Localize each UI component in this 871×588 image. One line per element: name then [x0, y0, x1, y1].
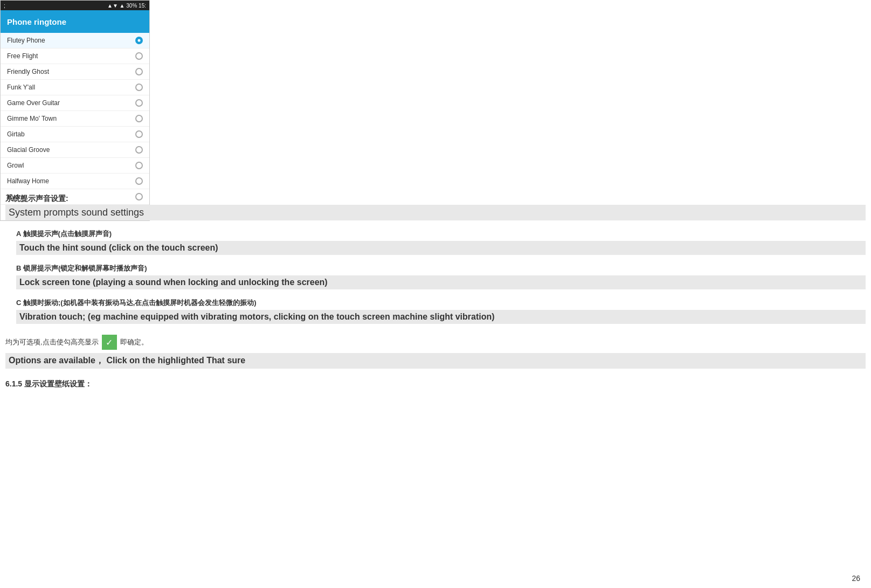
- options-cn-before: 均为可选项,点击使勾高亮显示: [5, 337, 99, 347]
- list-item[interactable]: Gimme Mo' Town: [1, 111, 149, 127]
- system-prompts-cn: 系统提示声音设置:: [5, 194, 866, 204]
- options-cn-after: 即确定。: [120, 337, 148, 347]
- section-a-en: Touch the hint sound (click on the touch…: [16, 241, 866, 255]
- section-c-cn: C 触摸时振动;(如机器中装有振动马达,在点击触摸屏时机器会发生轻微的振动): [16, 298, 866, 308]
- ringtone-name: Gimme Mo' Town: [7, 115, 57, 122]
- phone-title: Phone ringtone: [7, 17, 66, 26]
- ringtone-name: Flutey Phone: [7, 37, 45, 44]
- radio-button[interactable]: [135, 37, 143, 44]
- options-en: Options are available， Click on the high…: [5, 353, 866, 369]
- list-item[interactable]: Game Over Guitar: [1, 95, 149, 111]
- list-item[interactable]: Friendly Ghost: [1, 64, 149, 80]
- section-c: C 触摸时振动;(如机器中装有振动马达,在点击触摸屏时机器会发生轻微的振动) V…: [5, 298, 866, 324]
- section-a: A 触摸提示声(点击触摸屏声音) Touch the hint sound (c…: [5, 229, 866, 255]
- radio-button[interactable]: [135, 162, 143, 169]
- list-item[interactable]: Funk Y'all: [1, 80, 149, 95]
- radio-button[interactable]: [135, 130, 143, 138]
- section-615-label: 6.1.5 显示设置壁纸设置：: [5, 379, 866, 389]
- section-b-cn: B 锁屏提示声(锁定和解锁屏幕时播放声音): [16, 264, 866, 273]
- status-bar: ; ▲▼ ▲ 30% 15:: [1, 1, 149, 10]
- radio-button[interactable]: [135, 115, 143, 122]
- ringtone-name: Free Flight: [7, 52, 38, 60]
- list-item[interactable]: Girtab: [1, 127, 149, 142]
- section-b: B 锁屏提示声(锁定和解锁屏幕时播放声音) Lock screen tone (…: [5, 264, 866, 289]
- list-item[interactable]: Free Flight: [1, 49, 149, 64]
- section-c-en: Vibration touch; (eg machine equipped wi…: [16, 310, 866, 324]
- ringtone-name: Glacial Groove: [7, 146, 50, 154]
- options-section: 均为可选项,点击使勾高亮显示 ✓ 即确定。 Options are availa…: [5, 335, 866, 369]
- status-left: ;: [4, 3, 5, 9]
- ringtone-name: Growl: [7, 162, 24, 169]
- ringtone-name: Funk Y'all: [7, 84, 35, 91]
- main-content: 系统提示声音设置: System prompts sound settings …: [0, 183, 871, 389]
- section-a-cn: A 触摸提示声(点击触摸屏声音): [16, 229, 866, 239]
- system-prompts-en: System prompts sound settings: [5, 205, 866, 220]
- phone-header: Phone ringtone: [1, 10, 149, 33]
- checkmark-icon: ✓: [102, 335, 117, 350]
- ringtone-name: Girtab: [7, 130, 25, 138]
- status-right: ▲▼ ▲ 30% 15:: [107, 3, 146, 9]
- list-item[interactable]: Flutey Phone: [1, 33, 149, 49]
- ringtone-name: Game Over Guitar: [7, 99, 60, 107]
- ringtone-name: Friendly Ghost: [7, 68, 49, 75]
- section-b-en: Lock screen tone (playing a sound when l…: [16, 275, 866, 289]
- options-note: 均为可选项,点击使勾高亮显示 ✓ 即确定。: [5, 335, 866, 350]
- radio-button[interactable]: [135, 52, 143, 60]
- radio-button[interactable]: [135, 68, 143, 75]
- radio-button[interactable]: [135, 84, 143, 91]
- page-number: 26: [852, 574, 860, 583]
- radio-button[interactable]: [135, 99, 143, 107]
- list-item[interactable]: Growl: [1, 158, 149, 174]
- list-item[interactable]: Glacial Groove: [1, 142, 149, 158]
- radio-button[interactable]: [135, 146, 143, 154]
